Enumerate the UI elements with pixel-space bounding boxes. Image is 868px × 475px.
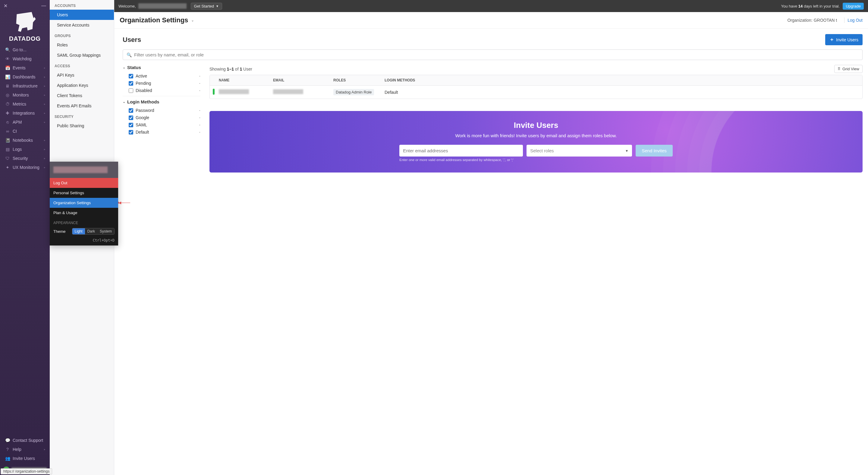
nav-label: Watchdog [13, 56, 45, 61]
sub-item-application-keys[interactable]: Application Keys [50, 80, 114, 90]
upgrade-button[interactable]: Upgrade [843, 3, 864, 10]
search-input[interactable] [134, 52, 859, 57]
filter-status-active[interactable]: Active- [123, 72, 200, 80]
col-email[interactable]: EMAIL [270, 75, 330, 85]
nav-item-ci[interactable]: ∞CI [0, 127, 50, 136]
filter-status-toggle[interactable]: ⌄ Status [123, 65, 200, 70]
nav-item-watchdog[interactable]: 👁Watchdog [0, 54, 50, 63]
invite-email-input[interactable] [399, 145, 523, 156]
nav-icon: 🔍 [4, 47, 11, 52]
nav-icon: 🛡 [4, 156, 11, 161]
nav-label: Infrastructure [13, 84, 44, 88]
filter-login-saml[interactable]: SAML- [123, 121, 200, 128]
theme-toggle[interactable]: Light Dark System [72, 228, 115, 235]
trial-notice: You have 14 days left in your trial. [781, 4, 840, 8]
col-roles[interactable]: ROLES [330, 75, 381, 85]
nav-item-help[interactable]: ?Help▸ [0, 445, 50, 454]
menu-logout[interactable]: Log Out [50, 178, 118, 188]
nav-label: Metrics [13, 101, 44, 107]
sub-item-saml-group-mappings[interactable]: SAML Group Mappings [50, 50, 114, 60]
table-row[interactable]: Datadog Admin Role Default [210, 86, 862, 99]
nav-item-logs[interactable]: ▤Logs▸ [0, 145, 50, 154]
sub-item-client-tokens[interactable]: Client Tokens [50, 90, 114, 101]
send-invites-button[interactable]: Send Invites [636, 145, 673, 156]
nav-item-events[interactable]: 📅Events▸ [0, 63, 50, 72]
nav-item-ux-monitoring[interactable]: ✦UX Monitoring▸ [0, 163, 50, 172]
appearance-label: APPEARANCE [50, 218, 118, 226]
sub-item-service-accounts[interactable]: Service Accounts [50, 20, 114, 30]
nav-label: Integrations [13, 111, 44, 116]
email-redacted [273, 89, 303, 94]
nav-label: APM [13, 120, 44, 124]
checkbox[interactable] [129, 74, 133, 79]
theme-light[interactable]: Light [72, 228, 85, 234]
col-name[interactable]: NAME [215, 75, 270, 85]
sub-item-public-sharing[interactable]: Public Sharing [50, 121, 114, 131]
logout-link[interactable]: Log Out [847, 18, 863, 23]
nav-item-go-to-[interactable]: 🔍Go to... [0, 45, 50, 54]
nav-item-metrics[interactable]: ⏱Metrics▸ [0, 99, 50, 109]
checkbox[interactable] [129, 108, 133, 113]
nav-icon: ◎ [4, 93, 11, 97]
checkbox[interactable] [129, 130, 133, 135]
filter-label: Default [135, 130, 199, 135]
checkbox[interactable] [129, 123, 133, 127]
sub-section-access: ACCESS [50, 60, 114, 70]
filter-login-password[interactable]: Password- [123, 107, 200, 114]
filter-status-disabled[interactable]: Disabled- [123, 87, 200, 94]
menu-personal-settings[interactable]: Personal Settings [50, 188, 118, 198]
nav-item-invite-users[interactable]: 👥Invite Users [0, 454, 50, 463]
invite-roles-select[interactable]: Select roles ▼ [527, 145, 632, 156]
nav-label: Help [13, 447, 44, 452]
checkbox[interactable] [129, 88, 133, 93]
get-started-button[interactable]: Get Started ▼ [191, 3, 222, 10]
sub-item-users[interactable]: Users [50, 10, 114, 20]
filter-status-pending[interactable]: Pending- [123, 80, 200, 87]
sub-section-groups: GROUPS [50, 30, 114, 40]
invite-panel: Invite Users Work is more fun with frien… [210, 111, 863, 173]
checkbox[interactable] [129, 81, 133, 86]
caret-down-icon: ▼ [625, 149, 628, 153]
top-bar: Welcome, Get Started ▼ You have 14 days … [114, 0, 868, 12]
filter-login-google[interactable]: Google- [123, 114, 200, 121]
sub-item-roles[interactable]: Roles [50, 40, 114, 50]
filter-label: SAML [135, 122, 199, 127]
filter-login-toggle[interactable]: ⌄ Login Methods [123, 99, 200, 105]
theme-system[interactable]: System [97, 228, 114, 234]
nav-item-notebooks[interactable]: 📓Notebooks▸ [0, 136, 50, 145]
invite-users-button[interactable]: ＋ Invite Users [825, 34, 863, 45]
sub-item-api-keys[interactable]: API Keys [50, 70, 114, 80]
minimize-icon[interactable]: — [41, 3, 46, 9]
nav-item-apm[interactable]: ⎋APM▸ [0, 118, 50, 127]
caret-right-icon: ▸ [44, 66, 45, 69]
caret-right-icon: ▸ [44, 93, 45, 96]
menu-organization-settings[interactable]: Organization Settings [50, 198, 118, 208]
brand-logo[interactable]: DATADOG [0, 9, 50, 44]
nav-item-monitors[interactable]: ◎Monitors▸ [0, 90, 50, 99]
divider [844, 18, 844, 23]
nav-icon: 👁 [4, 56, 11, 61]
nav-item-contact-support[interactable]: 💬Contact Support [0, 436, 50, 445]
nav-label: Dashboards [13, 75, 44, 79]
grid-view-button[interactable]: ⠿ Grid View [834, 65, 863, 73]
nav-item-integrations[interactable]: ✚Integrations▸ [0, 109, 50, 118]
nav-item-dashboards[interactable]: 📊Dashboards▸ [0, 72, 50, 82]
nav-item-infrastructure[interactable]: 🖥Infrastructure▸ [0, 82, 50, 90]
menu-plan-usage[interactable]: Plan & Usage [50, 208, 118, 218]
close-icon[interactable]: ✕ [4, 3, 7, 9]
filter-login-default[interactable]: Default- [123, 128, 200, 136]
sub-section-security: SECURITY [50, 111, 114, 121]
search-bar[interactable]: 🔍 [123, 50, 863, 60]
col-login[interactable]: LOGIN METHODS [381, 75, 862, 85]
nav-icon: 📅 [4, 65, 11, 70]
nav-icon: 📊 [4, 75, 11, 79]
filter-label: Disabled [135, 88, 199, 93]
nav-item-security[interactable]: 🛡Security▸ [0, 154, 50, 163]
nav-icon: ✚ [4, 111, 11, 116]
name-redacted [219, 89, 249, 94]
theme-dark[interactable]: Dark [85, 228, 97, 234]
sub-item-events-api-emails[interactable]: Events API Emails [50, 101, 114, 111]
account-menu: Log Out Personal Settings Organization S… [50, 162, 118, 245]
checkbox[interactable] [129, 116, 133, 120]
chevron-down-icon[interactable]: ⌄ [191, 18, 194, 22]
